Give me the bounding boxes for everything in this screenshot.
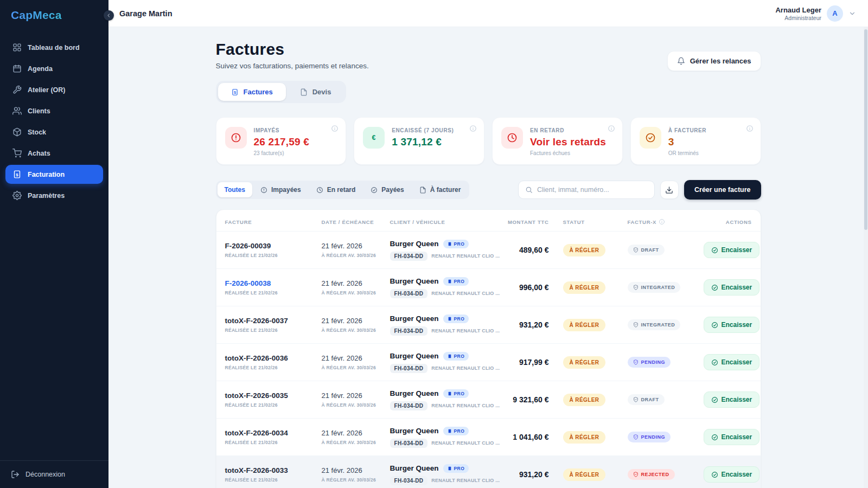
invoice-created-date: RÉALISÉE LE 21/02/26 <box>225 440 322 445</box>
invoice-row[interactable]: totoX-F-2026-0034 RÉALISÉE LE 21/02/26 2… <box>216 418 761 455</box>
invoice-table-header: FACTURE DATE / ÉCHÉANCE CLIENT / VÉHICUL… <box>216 210 761 231</box>
tab-factures[interactable]: $ Factures <box>218 83 286 101</box>
invoice-row[interactable]: totoX-F-2026-0033 RÉALISÉE LE 21/02/26 2… <box>216 455 761 488</box>
sidebar-item-atelier-or[interactable]: Atelier (OR) <box>5 80 103 99</box>
invoice-created-date: RÉALISÉE LE 21/02/26 <box>225 290 322 296</box>
invoice-date: 21 févr. 2026 <box>322 466 390 474</box>
topbar: Garage Martin Arnaud Leger Administrateu… <box>108 0 868 27</box>
client-name[interactable]: Burger Queen <box>390 464 439 472</box>
invoice-number[interactable]: F-2026-00039 <box>225 242 322 250</box>
scrollbar-thumb[interactable] <box>864 29 867 230</box>
search-box <box>518 181 655 199</box>
status-badge: À RÉGLER <box>563 244 606 256</box>
client-pro-badge: PRO <box>443 277 469 286</box>
invoice-created-date: RÉALISÉE LE 21/02/26 <box>225 253 322 258</box>
clock-icon <box>316 187 323 194</box>
invoice-row[interactable]: F-2026-00038 RÉALISÉE LE 21/02/26 21 fév… <box>216 268 761 306</box>
invoice-amount: 931,20 € <box>501 320 549 329</box>
filter-tab-impayées[interactable]: Impayées <box>253 182 308 197</box>
invoice-date: 21 févr. 2026 <box>322 429 390 437</box>
filter-tab-toutes[interactable]: Toutes <box>218 182 252 197</box>
encaisser-button[interactable]: Encaisser <box>704 279 760 296</box>
header-actions: ACTIONS <box>704 219 752 225</box>
invoice-number[interactable]: totoX-F-2026-0033 <box>225 466 322 474</box>
license-plate-chip: FH-034-DD <box>390 476 428 485</box>
shield-icon <box>633 285 639 290</box>
export-button[interactable] <box>660 181 679 199</box>
facturx-badge: DRAFT <box>628 245 665 255</box>
encaisser-button[interactable]: Encaisser <box>704 466 760 483</box>
sidebar-item-clients[interactable]: Clients <box>5 101 103 120</box>
info-icon <box>608 125 615 132</box>
client-name[interactable]: Burger Queen <box>390 277 439 285</box>
invoice-created-date: RÉALISÉE LE 21/02/26 <box>225 328 322 333</box>
header-montant-ttc: MONTANT TTC <box>501 219 549 225</box>
tab-devis[interactable]: Devis <box>287 83 344 101</box>
user-menu[interactable]: Arnaud Leger Administrateur A <box>775 5 856 22</box>
chevron-down-icon[interactable] <box>848 10 856 17</box>
vehicle-label: RENAULT RENAULT CLIO ... <box>431 365 500 371</box>
invoice-number[interactable]: totoX-F-2026-0036 <box>225 354 322 362</box>
stat-label: IMPAYÉS <box>254 127 310 133</box>
manage-reminders-button[interactable]: Gérer les relances <box>667 51 761 71</box>
client-pro-badge: PRO <box>443 464 469 473</box>
logout-label: Déconnexion <box>25 471 65 478</box>
invoice-due-date: À RÉGLER AV. 30/03/26 <box>322 402 390 408</box>
logout-button[interactable]: Déconnexion <box>11 470 65 479</box>
status-badge: À RÉGLER <box>563 281 606 294</box>
invoice-number[interactable]: F-2026-00038 <box>225 279 322 287</box>
stat-card[interactable]: € ENCAISSÉ (7 JOURS) 1 371,12 € <box>354 117 484 165</box>
filter-tab-payées[interactable]: Payées <box>363 182 411 197</box>
filter-tab-en-retard[interactable]: En retard <box>309 182 363 197</box>
client-pro-badge: PRO <box>443 427 469 435</box>
wrench-icon <box>12 85 22 94</box>
invoice-icon: $ <box>12 170 22 179</box>
invoice-number[interactable]: totoX-F-2026-0037 <box>225 317 322 325</box>
client-name[interactable]: Burger Queen <box>390 240 439 248</box>
client-name[interactable]: Burger Queen <box>390 314 439 323</box>
license-plate-chip: FH-034-DD <box>390 289 428 298</box>
page-title: Factures <box>216 40 369 59</box>
stat-card[interactable]: IMPAYÉS 26 217,59 € 23 facture(s) <box>216 117 347 165</box>
stat-value: 3 <box>668 136 706 148</box>
sidebar-item-agenda[interactable]: Agenda <box>5 59 103 78</box>
encaisser-button[interactable]: Encaisser <box>704 391 760 408</box>
page-subtitle: Suivez vos facturations, paiements et re… <box>216 62 369 70</box>
stat-card[interactable]: À FACTURER 3 OR terminés <box>630 117 761 165</box>
encaisser-button[interactable]: Encaisser <box>704 242 760 258</box>
sidebar-item-stock[interactable]: Stock <box>5 123 103 142</box>
encaisser-button[interactable]: Encaisser <box>704 317 760 333</box>
sidebar-item-tableau-de-bord[interactable]: Tableau de bord <box>5 38 103 57</box>
invoice-number[interactable]: totoX-F-2026-0035 <box>225 391 322 400</box>
invoice-date: 21 févr. 2026 <box>322 391 390 400</box>
file-icon <box>419 187 426 194</box>
sidebar-collapse-button[interactable] <box>104 10 114 21</box>
sidebar-item-param-tres[interactable]: Paramètres <box>5 186 103 205</box>
status-badge: À RÉGLER <box>563 431 606 444</box>
svg-text:$: $ <box>234 90 236 94</box>
client-name[interactable]: Burger Queen <box>390 427 439 435</box>
shield-icon <box>633 359 639 365</box>
invoice-table-body: F-2026-00039 RÉALISÉE LE 21/02/26 21 fév… <box>216 231 761 488</box>
invoice-row[interactable]: F-2026-00039 RÉALISÉE LE 21/02/26 21 fév… <box>216 231 761 268</box>
avatar[interactable]: A <box>827 5 843 22</box>
users-icon <box>12 106 22 115</box>
encaisser-button[interactable]: Encaisser <box>704 429 760 445</box>
search-input[interactable] <box>537 186 648 194</box>
invoice-row[interactable]: totoX-F-2026-0035 RÉALISÉE LE 21/02/26 2… <box>216 381 761 418</box>
invoice-number[interactable]: totoX-F-2026-0034 <box>225 429 322 437</box>
create-invoice-button[interactable]: Créer une facture <box>684 180 761 200</box>
filter-tabs: Toutes Impayées En retard Payées À factu… <box>216 181 470 199</box>
encaisser-button[interactable]: Encaisser <box>704 354 760 370</box>
check-circle-icon <box>711 359 718 366</box>
invoice-row[interactable]: totoX-F-2026-0036 RÉALISÉE LE 21/02/26 2… <box>216 343 761 381</box>
sidebar-item-achats[interactable]: Achats <box>5 144 103 163</box>
chevron-left-icon <box>106 12 112 18</box>
client-name[interactable]: Burger Queen <box>390 352 439 360</box>
invoice-row[interactable]: totoX-F-2026-0037 RÉALISÉE LE 21/02/26 2… <box>216 306 761 343</box>
sidebar-item-facturation[interactable]: $ Facturation <box>5 165 103 184</box>
filter-tab--facturer[interactable]: À facturer <box>412 182 468 197</box>
stat-card[interactable]: EN RETARD Voir les retards Factures échu… <box>492 117 623 165</box>
client-name[interactable]: Burger Queen <box>390 389 439 397</box>
scrollbar-track[interactable] <box>864 27 868 488</box>
